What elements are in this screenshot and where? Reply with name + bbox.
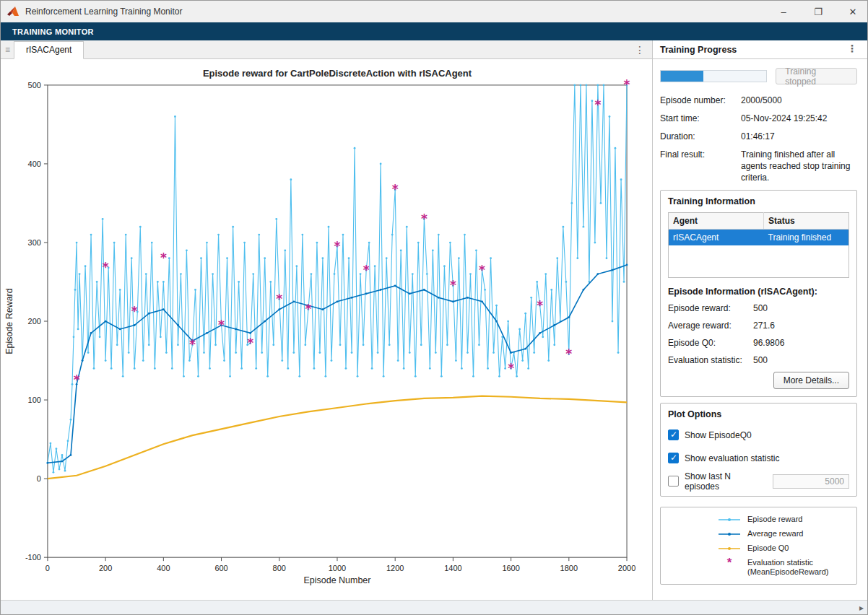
episode-q0-line-icon [717,544,742,554]
stat-episode-reward: Episode reward: 500 [668,303,849,314]
stat-value: 500 [753,303,849,314]
field-label: Episode number: [660,95,741,106]
panel-body: Training stopped Episode number: 2000/50… [653,59,867,600]
episode-reward-line-icon [717,515,742,525]
legend-label: Episode reward [747,515,802,524]
stat-average-reward: Average reward: 271.6 [668,320,849,331]
evaluation-statistic-asterisk-icon: * [717,558,742,568]
legend-label: Episode Q0 [747,544,789,553]
option-label: Show last N episodes [685,471,761,492]
svg-text:500: 500 [28,81,41,90]
group-title: Plot Options [668,409,849,419]
svg-text:*: * [334,239,341,253]
stat-value: 96.9806 [753,338,849,349]
option-show-evaluation-statistic: Show evaluation statistic [668,451,849,466]
column-header-agent[interactable]: Agent [669,213,764,230]
main-content: ≡ rISACAgent ⋮ 0200400600800100012001400… [1,40,867,600]
panel-menu-icon[interactable]: ⋮ [840,43,864,57]
legend-item-average-reward: Average reward [717,529,852,539]
table-empty-area [669,245,849,277]
training-stopped-button[interactable]: Training stopped [776,68,857,84]
svg-text:*: * [479,263,485,277]
minimize-button[interactable]: – [769,1,798,22]
svg-text:*: * [218,318,225,332]
svg-text:*: * [624,77,630,92]
svg-text:*: * [508,361,514,375]
field-label: Start time: [660,113,741,124]
window-title: Reinforcement Learning Training Monitor [25,6,182,17]
plot-options-group: Plot Options Show EpisodeQ0 Show evaluat… [660,403,857,497]
legend-label: Evaluation statistic (MeanEpisodeReward) [747,558,829,577]
field-value: 05-Nov-2024 19:25:42 [741,113,857,124]
field-value: Training finished after all agents reach… [741,149,857,183]
panel-expand-icon[interactable]: ▸ [859,603,867,613]
maximize-button[interactable]: ❐ [804,1,833,22]
svg-text:1400: 1400 [444,564,461,572]
chart-legend: Episode reward Average reward Episode Q0… [660,507,857,585]
option-show-last-n-episodes: Show last N episodes [668,474,849,489]
svg-text:800: 800 [273,564,286,572]
svg-text:*: * [160,250,167,265]
field-label: Final result: [660,149,741,183]
svg-text:200: 200 [99,564,112,572]
progress-bar-fill [661,71,703,82]
document-menu-icon[interactable]: ⋮ [628,44,652,58]
progress-row: Training stopped [660,68,857,84]
svg-text:*: * [363,263,370,277]
title-bar: Reinforcement Learning Training Monitor … [1,1,867,22]
svg-text:*: * [247,336,253,350]
training-progress-panel: Training Progress ⋮ Training stopped Epi… [652,40,867,600]
legend-item-episode-q0: Episode Q0 [717,544,852,554]
svg-text:*: * [276,292,282,306]
document-tabstrip: ≡ rISACAgent ⋮ [1,40,652,59]
svg-text:*: * [305,302,311,316]
training-progress-bar [660,70,767,82]
column-header-status[interactable]: Status [764,213,849,230]
option-label: Show EpisodeQ0 [685,430,752,440]
field-label: Duration: [660,131,741,142]
svg-text:Episode Reward: Episode Reward [4,288,14,354]
status-bar: ▸ [1,600,867,614]
field-value: 01:46:17 [741,131,857,142]
show-last-n-episodes-checkbox[interactable] [668,476,679,487]
svg-text:-100: -100 [25,553,41,562]
svg-text:Episode Number: Episode Number [304,575,371,585]
panel-grip-icon[interactable]: ≡ [1,45,14,58]
document-area: ≡ rISACAgent ⋮ 0200400600800100012001400… [1,40,652,600]
stat-evaluation-statistic: Evaluation statistic: 500 [668,355,849,366]
field-duration: Duration: 01:46:17 [660,131,857,142]
field-final-result: Final result: Training finished after al… [660,149,857,183]
stat-value: 271.6 [753,320,849,331]
svg-text:Episode reward for CartPoleDis: Episode reward for CartPoleDiscreteActio… [203,68,472,79]
svg-text:400: 400 [157,564,170,572]
show-episodeq0-checkbox[interactable] [668,429,679,440]
svg-text:*: * [594,97,601,112]
svg-text:1600: 1600 [502,564,519,572]
field-start-time: Start time: 05-Nov-2024 19:25:42 [660,113,857,124]
episode-reward-chart: 0200400600800100012001400160018002000-10… [1,59,652,600]
svg-text:0: 0 [45,564,50,572]
svg-text:1800: 1800 [560,564,578,572]
svg-text:*: * [103,260,109,274]
agent-cell: rISACAgent [669,230,764,246]
stat-label: Episode Q0: [668,338,753,349]
close-button[interactable]: ✕ [838,1,867,22]
show-evaluation-statistic-checkbox[interactable] [668,453,679,463]
svg-text:*: * [565,346,572,361]
tab-risacagent[interactable]: rISACAgent [14,41,84,59]
svg-text:*: * [537,298,543,313]
last-n-episodes-input[interactable] [773,474,849,489]
more-details-button[interactable]: More Details... [773,372,849,389]
tab-training-monitor[interactable]: TRAINING MONITOR [8,27,98,36]
table-row[interactable]: rISACAgent Training finished [669,230,849,246]
average-reward-line-icon [717,529,742,539]
svg-text:2000: 2000 [618,564,635,572]
svg-text:*: * [450,278,456,292]
svg-text:300: 300 [28,238,41,247]
legend-item-evaluation-statistic: * Evaluation statistic (MeanEpisodeRewar… [717,558,852,577]
svg-text:200: 200 [28,317,41,326]
stat-value: 500 [753,355,849,366]
status-cell: Training finished [764,230,849,246]
matlab-logo-icon [6,6,19,17]
svg-text:*: * [392,182,399,196]
